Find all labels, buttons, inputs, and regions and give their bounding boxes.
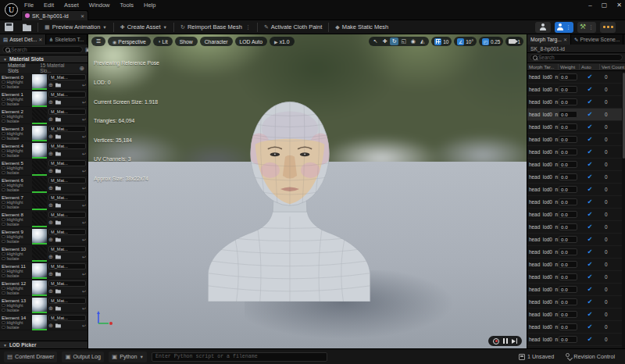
tab-asset-details[interactable]: ▤ Asset Det... ✕ — [0, 34, 46, 45]
morph-weight-input[interactable]: 0.0 — [559, 198, 577, 205]
create-asset-button[interactable]: ✚ Create Asset▼ — [116, 20, 172, 34]
isolate-checkbox[interactable]: Isolate — [2, 325, 30, 330]
character-preview-button[interactable]: ⋮ — [555, 22, 573, 33]
console-command-input[interactable] — [152, 352, 327, 362]
morph-target-row[interactable]: head_lod0_n0.0✔0 — [527, 184, 623, 196]
browse-to-asset-icon[interactable] — [55, 220, 61, 225]
3d-viewport[interactable]: ☰ ◉Perspective ◑Lit Show Character LOD A… — [88, 34, 527, 348]
use-selected-asset-icon[interactable]: ⊕ — [48, 116, 53, 122]
material-combo[interactable]: M_Mat... — [48, 246, 86, 252]
material-thumbnail[interactable] — [32, 246, 47, 261]
browse-to-asset-icon[interactable] — [55, 152, 61, 156]
reset-to-default-icon[interactable]: ↩ — [82, 203, 86, 208]
reset-to-default-icon[interactable]: ↩ — [82, 272, 86, 277]
reset-to-default-icon[interactable]: ↩ — [82, 255, 86, 259]
morph-target-row[interactable]: head_lod0_n0.0✔0 — [527, 284, 623, 296]
isolate-checkbox[interactable]: Isolate — [2, 205, 30, 209]
rotation-snap-toggle[interactable]: ∠ 10° — [454, 37, 477, 46]
use-selected-asset-icon[interactable]: ⊕ — [48, 168, 53, 173]
lit-mode-button[interactable]: ◑Lit — [153, 37, 173, 46]
morph-target-row[interactable]: head_lod0_n0.0✔0 — [527, 234, 623, 246]
morph-weight-input[interactable]: 0.0 — [559, 73, 577, 80]
morph-weight-input[interactable]: 0.0 — [559, 148, 577, 155]
material-thumbnail[interactable] — [32, 315, 47, 330]
auto-checkbox[interactable]: ✔ — [580, 161, 600, 168]
show-menu-button[interactable]: Show — [175, 37, 198, 46]
isolate-checkbox[interactable]: Isolate — [2, 273, 30, 278]
viewport-options-button[interactable]: ☰ — [91, 37, 105, 46]
details-search-input[interactable] — [11, 47, 80, 52]
morph-target-row[interactable]: head_lod0_n0.0✔0 — [527, 296, 623, 309]
isolate-checkbox[interactable]: Isolate — [2, 119, 30, 123]
use-selected-asset-icon[interactable]: ⊕ — [48, 99, 53, 105]
auto-checkbox[interactable]: ✔ — [580, 73, 600, 80]
auto-checkbox[interactable]: ✔ — [580, 336, 600, 343]
lod-picker-section-header[interactable]: ▼ LOD Picker — [0, 341, 88, 348]
morph-weight-input[interactable]: 0.0 — [559, 111, 577, 118]
tab-skeleton-tree[interactable]: ⋔ Skeleton T... — [46, 34, 88, 45]
use-selected-asset-icon[interactable]: ⊕ — [48, 134, 53, 139]
morph-target-row[interactable]: head_lod0_n0.0✔0 — [527, 221, 623, 234]
morph-weight-input[interactable]: 0.0 — [559, 311, 577, 318]
browse-to-asset-icon[interactable] — [55, 169, 61, 173]
morph-target-row[interactable]: head_lod0_n0.0✔0 — [527, 196, 623, 209]
isolate-checkbox[interactable]: Isolate — [2, 256, 30, 261]
use-selected-asset-icon[interactable]: ⊕ — [48, 151, 53, 156]
material-thumbnail[interactable] — [32, 229, 47, 244]
material-thumbnail[interactable] — [32, 109, 47, 123]
material-combo[interactable]: M_Mat... — [48, 263, 86, 269]
scale-snap-toggle[interactable]: ◰ 0.25 — [479, 37, 503, 46]
add-slot-icon[interactable]: ⊕ — [79, 65, 84, 72]
morph-weight-input[interactable]: 0.0 — [559, 223, 577, 230]
material-combo[interactable]: M_Mat... — [48, 109, 86, 115]
preview-mesh-button[interactable] — [535, 22, 551, 33]
move-tool-icon[interactable]: ✚ — [380, 37, 389, 45]
isolate-checkbox[interactable]: Isolate — [2, 84, 30, 89]
browse-to-asset-icon[interactable] — [55, 203, 61, 208]
menu-asset[interactable]: Asset — [64, 2, 79, 9]
playback-speed-button[interactable]: ▶x1.0 — [270, 37, 294, 46]
morph-weight-input[interactable]: 0.0 — [559, 261, 577, 268]
morph-target-row[interactable]: head_lod0_n0.0✔0 — [527, 71, 623, 84]
surface-snap-icon[interactable]: ◭ — [418, 37, 427, 45]
use-selected-asset-icon[interactable]: ⊕ — [48, 237, 53, 242]
material-thumbnail[interactable] — [32, 177, 47, 192]
reset-to-default-icon[interactable]: ↩ — [82, 169, 86, 173]
auto-checkbox[interactable]: ✔ — [580, 148, 600, 155]
preview-animation-button[interactable]: ▦ Preview Animation▼ — [40, 20, 112, 34]
menu-file[interactable]: File — [24, 2, 34, 9]
browse-to-asset-icon[interactable] — [55, 323, 61, 328]
material-combo[interactable]: M_Mat... — [48, 298, 86, 304]
select-tool-icon[interactable]: ↖ — [371, 37, 380, 45]
morph-weight-input[interactable]: 0.0 — [559, 86, 577, 93]
browse-to-asset-icon[interactable] — [55, 255, 61, 259]
browse-to-asset-icon[interactable] — [55, 289, 61, 294]
auto-checkbox[interactable]: ✔ — [580, 261, 600, 268]
morph-target-row[interactable]: head_lod0_n0.0✔0 — [527, 84, 623, 96]
auto-checkbox[interactable]: ✔ — [580, 298, 600, 305]
morph-target-row[interactable]: head_lod0_n0.0✔0 — [527, 321, 623, 334]
morph-target-row[interactable]: head_lod0_n0.0✔0 — [527, 134, 623, 146]
menu-help[interactable]: Help — [144, 2, 155, 9]
morph-target-row[interactable]: head_lod0_n0.0✔0 — [527, 146, 623, 159]
material-combo[interactable]: M_Mat... — [48, 160, 86, 166]
use-selected-asset-icon[interactable]: ⊕ — [48, 202, 53, 208]
material-combo[interactable]: M_Mat... — [48, 177, 86, 184]
material-thumbnail[interactable] — [32, 160, 47, 175]
morph-target-row[interactable]: head_lod0_n0.0✔0 — [527, 209, 623, 221]
material-thumbnail[interactable] — [32, 143, 47, 158]
morph-weight-input[interactable]: 0.0 — [559, 186, 577, 193]
menu-tools[interactable]: Tools — [120, 2, 134, 9]
morph-weight-input[interactable]: 0.0 — [559, 173, 577, 180]
reset-to-default-icon[interactable]: ↩ — [82, 152, 86, 156]
auto-checkbox[interactable]: ✔ — [580, 248, 600, 255]
morph-target-row[interactable]: head_lod0_n0.0✔0 — [527, 246, 623, 259]
morph-weight-input[interactable]: 0.0 — [559, 298, 577, 305]
editor-tools-button[interactable]: ⚒⋮ — [577, 22, 596, 33]
morph-target-row[interactable]: head_lod0_n0.0✔0 — [527, 121, 623, 134]
use-selected-asset-icon[interactable]: ⊕ — [48, 271, 53, 277]
morph-weight-input[interactable]: 0.0 — [559, 248, 577, 255]
morph-list-scrollbar[interactable] — [622, 71, 625, 348]
tab-close-icon[interactable]: ✕ — [38, 37, 42, 42]
step-forward-button[interactable] — [512, 338, 518, 344]
